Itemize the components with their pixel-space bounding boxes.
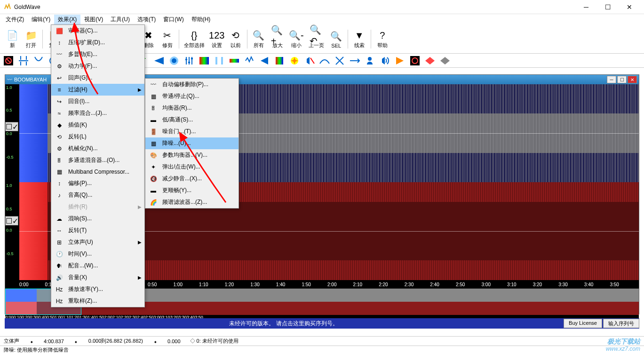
menu-tool[interactable]: 工具(U) [107, 15, 134, 24]
fx-voice-icon[interactable] [364, 55, 375, 66]
toolbar-set-button[interactable]: 123设置 [207, 28, 226, 50]
effect-menu-item[interactable]: ↩回声(G)... [51, 72, 144, 84]
menu-help[interactable]: 帮助(H) [188, 15, 215, 24]
menu-edit[interactable]: 编辑(Y) [28, 15, 54, 24]
toolbar-zoomout-button[interactable]: 🔍-缩小 [287, 28, 306, 50]
scale-label: 1.0 [6, 183, 12, 188]
effect-menu-item[interactable]: ↕压缩/扩展(D)... [51, 37, 144, 48]
effect-menu-item[interactable]: Hz播放速率(Y)... [51, 283, 144, 295]
buy-license-button[interactable]: Buy License [564, 319, 602, 328]
menu-effect[interactable]: 效果(X) [54, 15, 80, 24]
fx-extra1-icon[interactable] [424, 55, 436, 66]
doc-close-button[interactable]: ✕ [628, 76, 637, 83]
toolbar-label: 新 [10, 42, 15, 49]
filter-menu-item[interactable]: ▬低/高通(S)... [145, 114, 239, 126]
channel-toggle-right[interactable]: ☐✓ [5, 216, 18, 225]
toolbar-new-button[interactable]: 📄新 [3, 28, 22, 50]
license-message[interactable]: 未经许可的版本。 请点击这里购买序列号。 [5, 320, 563, 328]
app-logo [4, 3, 11, 11]
filter-menu-item[interactable]: 🔇减少静音...(X)... [145, 173, 239, 185]
effect-menu-item[interactable]: ≈频率混合...(J)... [51, 107, 144, 119]
filter-menu-item[interactable]: ✦弹出/点击(W)... [145, 161, 239, 173]
menu-window[interactable]: 窗口(W) [159, 15, 187, 24]
fx-censor-icon[interactable] [3, 55, 14, 66]
fx-smooth-icon[interactable] [319, 55, 330, 66]
doc-minimize-button[interactable]: ─ [607, 76, 616, 83]
fx-pop-icon[interactable] [289, 55, 300, 66]
fx-spectrum-icon[interactable] [199, 55, 210, 66]
fx-silence-icon[interactable] [304, 55, 315, 66]
fx-reverse-icon[interactable] [259, 55, 270, 66]
status-nav-icon[interactable]: ⬥ [29, 338, 34, 344]
toolbar-prev-button[interactable]: ⟲以前 [226, 28, 245, 50]
fx-stereo-icon[interactable] [334, 55, 345, 66]
fx-rate-icon[interactable] [394, 55, 405, 66]
effect-menu-item[interactable]: 🎚多通道混音器...(O)... [51, 154, 144, 166]
fx-compress-icon[interactable] [18, 55, 29, 66]
filter-menu-item[interactable]: ▦降噪...(U)... [145, 137, 239, 149]
effect-menu-item[interactable]: ☁混响(S)... [51, 213, 144, 225]
fx-time-icon[interactable] [349, 55, 360, 66]
time-tick: 3:20 [533, 282, 542, 287]
maximize-button[interactable]: ☐ [597, 0, 619, 14]
effect-menu-item[interactable]: ⊞立体声(U)▶ [51, 236, 144, 248]
effect-menu-item[interactable]: ↔反转(T) [51, 225, 144, 236]
filter-menu-item[interactable]: ▦带通/停止(Q)... [145, 90, 239, 102]
toolbar-help-button[interactable]: ?帮助 [373, 28, 392, 50]
fx-param-icon[interactable] [274, 55, 285, 66]
filter-menu-item[interactable]: 🌈频谱滤波器...(Z)... [145, 196, 239, 208]
effect-menu-item[interactable]: ♪音高(Q)... [51, 189, 144, 201]
effect-menu-item[interactable]: 🗣配音...(W)... [51, 260, 144, 272]
filter-menu-item[interactable]: ▬更顺畅(Y)... [145, 185, 239, 196]
toolbar-sel-button[interactable]: 🔍SEL [327, 29, 346, 49]
toolbar-trim-button[interactable]: ✂修剪 [158, 28, 177, 50]
minimize-button[interactable]: ─ [575, 0, 597, 14]
effect-menu-item[interactable]: ≡过滤(H)▶ [51, 84, 144, 96]
menu-view[interactable]: 视图(V) [80, 15, 107, 24]
effect-menu-item[interactable]: ⚙机械化(N)... [51, 143, 144, 154]
menu-file[interactable]: 文件(Z) [2, 15, 28, 24]
toolbar-cue-button[interactable]: ▼线索 [350, 28, 369, 50]
fx-reverb-icon[interactable] [168, 55, 180, 66]
fx-gate-icon[interactable] [214, 55, 225, 66]
toolbar-zoomin-button[interactable]: 🔍+放大 [268, 28, 287, 50]
svg-rect-16 [276, 57, 283, 64]
filter-menu-item[interactable]: 🎨参数均衡器...(V)... [145, 149, 239, 161]
doc-maximize-button[interactable]: ☐ [617, 76, 627, 83]
fx-pitch-icon[interactable] [153, 55, 165, 66]
close-button[interactable]: ✕ [619, 0, 640, 14]
status-nav-icon[interactable]: ⬥ [73, 338, 79, 344]
toolbar-label: 放大 [272, 42, 283, 49]
fx-lowhi-icon[interactable] [229, 55, 240, 66]
status-nav-icon[interactable]: ⬥ [152, 338, 158, 344]
fx-vol-icon[interactable] [379, 55, 390, 66]
effect-menu-item[interactable]: ⟲反转(L) [51, 131, 144, 143]
effect-menu-item[interactable]: ◆插值(K) [51, 119, 144, 131]
effect-menu-item[interactable]: 〰多普勒(E)... [51, 48, 144, 60]
effect-menu-item[interactable]: ▦Multiband Compressor... [51, 166, 144, 177]
filter-menu-item[interactable]: 🎚均衡器(R)... [145, 102, 239, 114]
filter-menu-item[interactable]: 🚪噪音门...(T)... [145, 126, 239, 137]
effect-menu-item[interactable]: Hz重取样(Z)... [51, 295, 144, 307]
effect-menu-item[interactable]: 🔊音量(X)▶ [51, 272, 144, 283]
fx-eq-icon[interactable] [183, 55, 195, 66]
filter-menu-item[interactable]: 〰自动偏移删除(P)... [145, 79, 239, 90]
fx-noise-icon[interactable] [244, 55, 255, 66]
effect-menu-item[interactable]: 🕐时间(V)... [51, 248, 144, 260]
enter-serial-button[interactable]: 输入序列号 [603, 319, 639, 328]
menu-item-label: 频谱滤波器...(Z)... [162, 198, 207, 206]
effect-menu-item[interactable]: ↪回音(I)... [51, 96, 144, 107]
toolbar-selall-button[interactable]: {}全部选择 [181, 28, 207, 50]
channel-toggle-left[interactable]: ☐✓ [5, 122, 18, 131]
menu-option[interactable]: 选项(T) [134, 15, 159, 24]
fx-resample-icon[interactable] [409, 55, 421, 66]
effect-menu-item[interactable]: ⚙动力学(F)... [51, 60, 144, 72]
effect-menu-item[interactable]: ↕偏移(P)... [51, 177, 144, 189]
effect-menu-item[interactable]: 🟥审查器(C)... [51, 25, 144, 37]
fx-extra2-icon[interactable] [439, 55, 451, 66]
toolbar-all-button[interactable]: 🔍所有 [249, 28, 268, 50]
fx-doppler-icon[interactable] [33, 55, 44, 66]
toolbar-pgup-button[interactable]: 🔍↶上一页 [306, 28, 327, 50]
toolbar-open-button[interactable]: 📁打开 [22, 28, 40, 50]
menu-item-label: 减少静音...(X)... [162, 175, 202, 183]
